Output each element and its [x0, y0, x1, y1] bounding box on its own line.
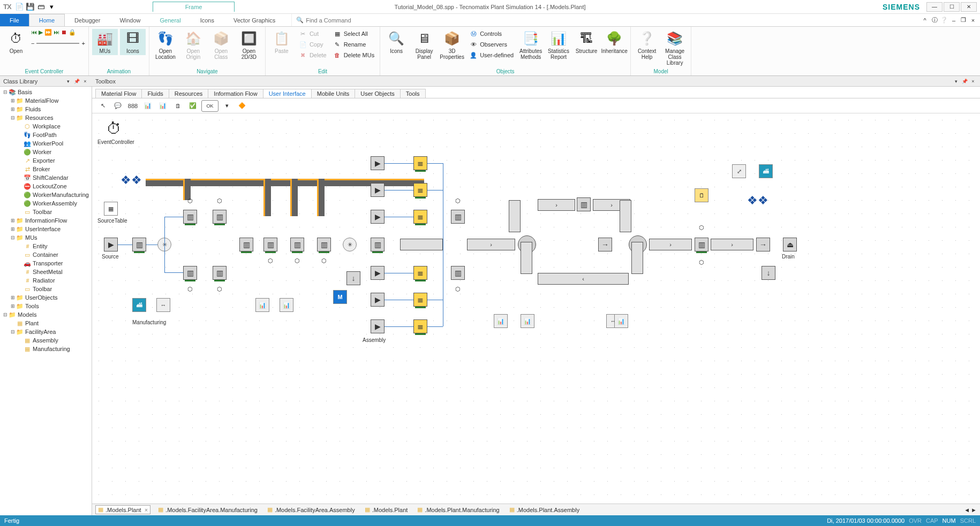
workplace-asm-b[interactable]: ⬡ — [451, 282, 465, 296]
reset-icon[interactable]: ⏮ — [31, 29, 37, 36]
controls-button[interactable]: ⓂControls — [467, 29, 516, 39]
doc-tab-0[interactable]: ▦.Models.Plant× — [95, 505, 150, 514]
machine-m4[interactable]: ▥ — [317, 238, 331, 251]
machine-m3[interactable]: ▥ — [290, 238, 304, 251]
mdi-close-icon[interactable]: × — [969, 17, 977, 24]
asm-m-5[interactable]: ≣ — [413, 266, 427, 280]
chart-icon-8[interactable]: 📊 — [614, 314, 628, 328]
userdefined-button[interactable]: 👤User-defined — [467, 50, 516, 60]
workplace-r[interactable]: ⬡ — [695, 220, 708, 234]
tree-item-informationflow[interactable]: ⊞📁InformationFlow — [0, 216, 92, 225]
mdi-min-icon[interactable]: – — [950, 17, 958, 24]
obj-icons-button[interactable]: 🔍Icons — [383, 29, 409, 55]
toolbox-menu-icon[interactable]: ▾ — [952, 78, 960, 85]
toolbox-tool-5[interactable]: 🗓 — [171, 100, 184, 112]
tree-expand-icon[interactable]: ⊟ — [2, 89, 8, 95]
tree-item-radiator[interactable]: ＃Radiator — [0, 276, 92, 285]
asm-in-3[interactable]: ▶ — [371, 210, 385, 224]
transfer-node[interactable]: → — [598, 238, 612, 251]
asm-m-1[interactable]: ≣ — [413, 156, 427, 170]
tree-item-userobjects[interactable]: ⊞📁UserObjects — [0, 293, 92, 302]
asm-in-7[interactable]: ▶ — [371, 319, 385, 333]
toolbox-tab-user-interface[interactable]: User Interface — [263, 89, 312, 98]
tab-file[interactable]: File — [0, 14, 29, 26]
asm-in-5[interactable]: ▶ — [371, 266, 385, 280]
speed-slider[interactable]: − + — [31, 40, 85, 47]
tab-window[interactable]: Window — [110, 14, 150, 26]
tree-item-workerpool[interactable]: 👥WorkerPool — [0, 139, 92, 148]
tab-icons[interactable]: Icons — [191, 14, 224, 26]
asm-buf-a[interactable]: ▥ — [451, 210, 465, 224]
tree-item-basis[interactable]: ⊟📚Basis — [0, 88, 92, 96]
workplace-u2[interactable]: ⬡ — [213, 194, 227, 208]
asm-in-1[interactable]: ▶ — [371, 156, 385, 170]
note-icon[interactable]: 🗒 — [695, 188, 708, 202]
lock-icon[interactable]: 🔒 — [69, 29, 76, 36]
toolbox-tab-resources[interactable]: Resources — [169, 89, 209, 98]
eventcontroller-node[interactable]: ⏱ — [107, 121, 121, 135]
asm-buf-b[interactable]: ▥ — [451, 266, 465, 280]
toolbox-tool-9[interactable]: 🔶 — [236, 100, 248, 112]
qat-new-button[interactable]: 📄 — [16, 3, 24, 11]
tree-expand-icon[interactable]: ⊞ — [10, 295, 16, 300]
attributes-button[interactable]: 📑Attributes Methods — [518, 29, 544, 61]
asm-in-4[interactable]: ▥ — [371, 238, 385, 251]
doc-tab-2[interactable]: ▦.Models.FacilityArea.Assembly — [265, 506, 357, 514]
asm-in-2[interactable]: ▶ — [371, 183, 385, 197]
tree-item-fluids[interactable]: ⊞📁Fluids — [0, 105, 92, 113]
open-2d3d-button[interactable]: 🔲Open 2D/3D — [236, 29, 262, 61]
chart-icon-6[interactable]: 📊 — [521, 314, 534, 328]
tree-item-workerassembly[interactable]: 🟢WorkerAssembly — [0, 199, 92, 208]
doc-close-icon[interactable]: × — [145, 507, 148, 513]
toolbox-tab-fluids[interactable]: Fluids — [141, 89, 169, 98]
sourcetable-node[interactable]: ▦ — [104, 202, 118, 216]
classlib-menu-icon[interactable]: ▾ — [64, 78, 72, 85]
machine-1[interactable]: ▥ — [132, 238, 146, 251]
tree-item-workplace[interactable]: ⬡Workplace — [0, 122, 92, 131]
workplace-asm-a[interactable]: ⬡ — [451, 194, 465, 208]
selectall-button[interactable]: ▦Select All — [331, 29, 376, 39]
deletemus-button[interactable]: 🗑Delete MUs — [331, 50, 376, 60]
conv-dn1[interactable] — [521, 242, 532, 274]
doc-tab-1[interactable]: ▦.Models.FacilityArea.Manufacturing — [156, 506, 260, 514]
conv-r2[interactable]: › — [649, 239, 692, 250]
icons-toggle[interactable]: 🎞Icons — [120, 29, 146, 55]
track-v2[interactable] — [263, 179, 271, 216]
workplace-l1[interactable]: ⬡ — [183, 282, 197, 296]
tab-general[interactable]: General — [150, 14, 191, 26]
track-v3[interactable] — [290, 179, 298, 216]
ff-icon[interactable]: ⏩ — [44, 29, 52, 36]
chart-icon-2[interactable]: ↔ — [156, 298, 170, 312]
open-location-button[interactable]: 👣Open Location — [153, 29, 178, 61]
tree-item-materialflow[interactable]: ⊞📁MaterialFlow — [0, 96, 92, 105]
machine-u2[interactable]: ▥ — [213, 210, 227, 224]
proc-top[interactable]: ▥ — [577, 197, 591, 211]
toolbox-pin-icon[interactable]: 📌 — [961, 78, 968, 85]
toolbox-tool-8[interactable]: ▾ — [221, 100, 233, 112]
tab-home[interactable]: Home — [29, 14, 65, 26]
asm-conv-4[interactable] — [400, 239, 443, 250]
slider-track[interactable] — [36, 43, 79, 44]
toolbox-tab-tools[interactable]: Tools — [400, 89, 426, 98]
toolbox-tool-3[interactable]: 📊 — [141, 100, 154, 112]
store-down[interactable]: ↓ — [346, 271, 360, 285]
tree-item-userinterface[interactable]: ⊞📁UserInterface — [0, 225, 92, 233]
tree-item-mus[interactable]: ⊟📁MUs — [0, 233, 92, 242]
tree-expand-icon[interactable]: ⊟ — [2, 312, 8, 317]
qat-saveall-button[interactable]: 🗃 — [37, 3, 46, 11]
command-search-input[interactable] — [306, 17, 381, 24]
minus-icon[interactable]: − — [31, 40, 34, 47]
asm-in-6[interactable]: ▶ — [371, 293, 385, 307]
rename-button[interactable]: ✎Rename — [331, 40, 376, 49]
close-button[interactable]: ✕ — [961, 2, 977, 12]
display-panel-button[interactable]: 🖥Display Panel — [411, 29, 437, 61]
help-icon[interactable]: ❔ — [940, 17, 948, 24]
tree-item-plant[interactable]: ▦Plant — [0, 319, 92, 327]
canvas-scroll[interactable]: ⏱ EventController ❖❖ ▦ SourceTable ▶ Sou… — [92, 113, 980, 504]
tree-item-assembly[interactable]: ▦Assembly — [0, 336, 92, 345]
doc-tab-3[interactable]: ▦.Models.Plant — [363, 506, 410, 514]
tab-vector-graphics[interactable]: Vector Graphics — [224, 14, 285, 26]
collapse-ribbon-icon[interactable]: ^ — [921, 17, 929, 24]
toolbox-tool-6[interactable]: ✅ — [186, 100, 199, 112]
asm-m-6[interactable]: ≣ — [413, 293, 427, 307]
